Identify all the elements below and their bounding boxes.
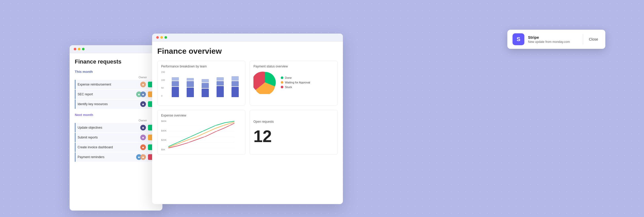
notification-text: Stripe New update from monday.com [528,35,579,44]
task-row[interactable]: SEC report [75,90,157,99]
requests-title: Finance requests [75,58,157,65]
task-row[interactable]: Create invoice dashboard [75,143,157,152]
dot-red [74,48,76,50]
bar-mid [232,81,239,86]
dot-green [164,36,167,39]
task-row[interactable]: Payment reminders [75,152,157,162]
avatar [140,154,146,160]
dot-yellow [78,48,80,50]
task-name: Payment reminders [78,155,134,159]
notification-divider [583,34,583,44]
window-header-requests [70,45,162,53]
bar-group [184,71,197,97]
avatar [140,101,146,107]
task-name: Update objectives [78,126,138,129]
open-requests-number: 12 [253,128,272,145]
finance-requests-window: Finance requests This month Owner Expens… [70,45,162,211]
legend-item-waiting: Waiting for Approval [281,81,310,84]
overview-title: Finance overview [157,47,338,56]
line-chart: $60K $40K $20K $0K [161,120,242,151]
avatar [140,91,146,97]
legend-dot-stuck [281,86,283,88]
bar-mid [172,81,179,86]
task-row[interactable]: Expense reimbursement [75,80,157,89]
task-name: Create invoice dashboard [78,145,138,149]
avatar-group [136,154,146,160]
avatar [140,82,146,87]
dot-yellow [160,36,163,39]
this-month-label: This month [75,70,157,74]
close-button[interactable]: Close [587,36,600,42]
bar-dark [217,86,224,97]
task-name: Identify key resources [78,102,138,106]
dot-red [156,36,159,39]
bar-light [187,78,194,81]
task-row[interactable]: Update objectives [75,123,157,132]
pie-legend: Done Waiting for Approval Stuck [281,76,310,89]
open-requests-title: Open requests [253,120,274,123]
pie-chart [253,71,277,94]
avatar-group [136,91,146,97]
expense-line-svg [161,120,234,151]
bar-mid [202,83,209,88]
next-month-label: Next month [75,113,157,117]
legend-item-stuck: Stuck [281,86,310,89]
bar-light [232,76,239,81]
requests-body: Finance requests This month Owner Expens… [70,53,162,167]
task-row[interactable]: Submit reports [75,133,157,142]
bar-chart: 150 100 50 0 [161,71,242,102]
open-requests-card: Open requests 12 [250,110,338,155]
bar-light [202,79,209,82]
avatar [140,135,146,140]
notification-title: Stripe [528,35,579,40]
finance-overview-window: Finance overview Performance breakdown b… [152,34,343,204]
notification-subtitle: New update from monday.com [528,40,579,44]
owner-header-2: Owner [75,119,157,122]
task-name: Submit reports [78,136,138,139]
performance-chart-title: Performance breakdown by team [161,65,242,68]
bar-light [217,77,224,81]
stripe-icon: S [513,33,524,45]
y-axis-labels: 150 100 50 0 [161,71,165,97]
payment-status-card: Payment status overview Done [250,61,338,106]
avatar [140,144,146,150]
owner-header-1: Owner [75,76,157,79]
expense-chart-title: Expense overview [161,114,242,117]
payment-status-title: Payment status overview [253,65,334,68]
expense-chart-card: Expense overview $60K $40K $20K $0K [157,110,245,155]
pie-chart-container: Done Waiting for Approval Stuck [253,71,334,94]
bar-group [199,71,212,97]
bar-group [214,71,227,97]
task-row[interactable]: Identify key resources [75,99,157,109]
bar-group [229,71,242,97]
bar-mid [187,81,194,87]
expense-y-labels: $60K $40K $20K $0K [161,120,167,151]
charts-grid: Performance breakdown by team 150 100 50… [157,61,338,155]
legend-dot-waiting [281,81,283,84]
bar-dark [232,87,239,97]
legend-item-done: Done [281,76,310,79]
window-header-overview [152,34,343,42]
avatar [140,125,146,130]
bar-dark [202,89,209,97]
bar-dark [172,87,179,97]
legend-dot-done [281,76,283,79]
task-name: SEC report [78,92,134,96]
overview-body: Finance overview Performance breakdown b… [152,42,343,160]
bar-light [172,77,179,81]
dot-green [82,48,85,50]
bar-dark [187,88,194,97]
stripe-notification: S Stripe New update from monday.com Clos… [507,30,605,49]
bar-chart-axis [169,71,242,97]
task-name: Expense reimbursement [78,83,138,86]
bar-mid [217,81,224,86]
bar-group [169,71,182,97]
performance-chart-card: Performance breakdown by team 150 100 50… [157,61,245,106]
